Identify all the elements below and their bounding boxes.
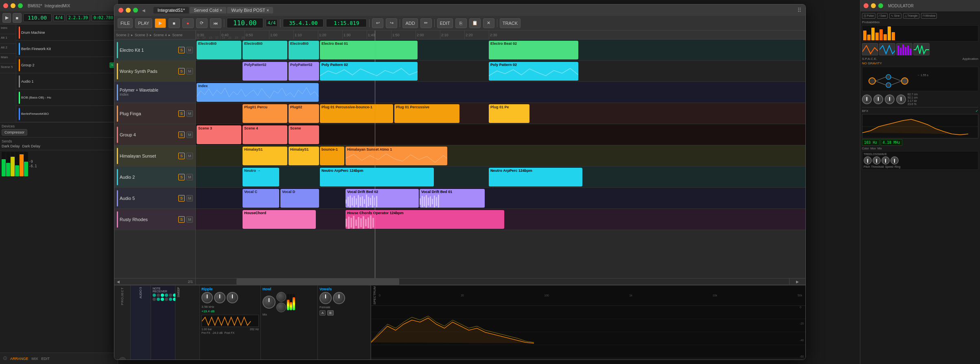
vowels-btn-a[interactable]: A [319, 310, 326, 316]
track-solo-rusty[interactable]: S [178, 216, 185, 223]
tl-knob-2[interactable] [873, 156, 881, 164]
clip-plug-bounce[interactable]: Plug 01 Percussive-bounce-1 [320, 104, 393, 123]
delete-btn[interactable]: ✕ [483, 18, 494, 28]
tl-knob-4[interactable] [890, 156, 899, 164]
howl-knob-sm-1[interactable] [276, 292, 286, 302]
undo-btn[interactable]: ↩ [372, 18, 383, 28]
clip-vocal-d[interactable]: Vocal D [280, 189, 319, 208]
prob-dot-11[interactable] [161, 298, 164, 301]
main-back-btn[interactable]: ◀ [142, 8, 145, 13]
preset-thumb-2[interactable] [879, 43, 895, 55]
track-solo-plugfinga[interactable]: S [178, 110, 185, 117]
clip-himalays1-2[interactable]: HimalayS1 [289, 147, 319, 165]
left-edit-btn[interactable]: EDIT [42, 357, 50, 361]
edit-menu[interactable]: EDIT [437, 18, 453, 28]
clip-neutro-arrow[interactable]: Neutro → [243, 168, 279, 186]
clip-electro-beat-01[interactable]: Electro Beat 01 [320, 41, 418, 59]
timeline-scrollbar[interactable] [196, 278, 789, 285]
clip-neutro-arp-b[interactable]: Neutro ArpPerc 124bpm [489, 168, 582, 186]
clip-vocal-c[interactable]: Vocal C [243, 189, 279, 208]
clip-plug01-pe[interactable]: Plug 01 Pe [489, 104, 529, 123]
track-btn[interactable]: TRACK [500, 18, 521, 28]
track-mute-plugfinga[interactable]: M [186, 110, 193, 117]
left-play-btn[interactable]: ▶ [2, 13, 11, 23]
track-solo-electrokit[interactable]: S [178, 47, 185, 53]
clip-index[interactable]: Index [197, 83, 319, 102]
ripple-knob-2[interactable] [214, 292, 225, 303]
left-minimize-btn[interactable] [11, 3, 15, 8]
clip-plug-percussive[interactable]: Plug 01 Percussive [394, 104, 459, 123]
stop-btn[interactable]: ■ [168, 18, 180, 28]
clip-scene-s[interactable]: Scene [289, 125, 319, 144]
rewind-btn[interactable]: ⏮ [210, 18, 221, 28]
mod-knob-3[interactable] [885, 94, 895, 104]
vowels-btn-b[interactable]: B [327, 310, 333, 316]
preset-thumb-1[interactable] [862, 43, 878, 55]
ripple-knob-3[interactable] [227, 292, 238, 303]
vowels-knob-1[interactable] [319, 292, 332, 304]
wf-window[interactable]: ⊓ Window [921, 13, 937, 19]
main-minimize-btn[interactable] [126, 8, 131, 13]
track-solo-himalayan[interactable]: S [178, 153, 185, 159]
clip-poly-pattern-02[interactable]: Poly Pattern 02 [320, 62, 418, 81]
tl-knob-1[interactable] [864, 156, 872, 164]
right-minimize-btn[interactable] [871, 3, 876, 8]
mod-knob-1[interactable] [862, 94, 872, 104]
scrollbar-thumb[interactable] [236, 278, 399, 285]
track-mute-rusty[interactable]: M [186, 216, 193, 223]
wf-triangle[interactable]: △ Triangle [903, 13, 919, 19]
prob-dot-3[interactable] [161, 294, 164, 297]
copy-btn[interactable]: ⎘ [455, 18, 467, 28]
clip-scene3[interactable]: Scene 3 [197, 125, 241, 144]
bpm-display[interactable]: 110.00 [227, 18, 263, 28]
clip-house-chords-op[interactable]: House Chords Operator 124bpm [346, 210, 504, 229]
wf-saw[interactable]: / Saw [877, 13, 888, 19]
track-mute-electrokit[interactable]: M [186, 47, 193, 53]
mod-knob-4[interactable] [896, 94, 906, 104]
project-icon[interactable]: ⚙ [119, 357, 126, 360]
main-maximize-btn[interactable] [133, 8, 138, 13]
clip-neutro-arp[interactable]: Neutro ArpPerc 124bpm [320, 168, 434, 186]
left-stop-btn[interactable]: ■ [13, 13, 21, 23]
track-solo-audio5[interactable]: S [178, 195, 185, 202]
howl-main-knob[interactable] [262, 296, 276, 309]
scroll-right[interactable]: ▶ [789, 278, 805, 285]
menu-file[interactable]: FILE [118, 18, 133, 28]
draw-btn[interactable]: ✏ [420, 18, 432, 28]
wf-sine[interactable]: ∿ Sine [889, 13, 901, 19]
clip-vocal-drift-02[interactable]: Vocal Drift Bed 02 [346, 189, 419, 208]
clip-vocal-drift-01[interactable]: Vocal Drift Bed 01 [420, 189, 485, 208]
prob-dot-13[interactable] [169, 298, 172, 301]
tab-served-cold[interactable]: Served Cold × [190, 7, 226, 13]
clip-electrobt0-1[interactable]: ElectroBt0 [197, 41, 241, 59]
clip-house-chord[interactable]: HouseChord [243, 210, 316, 229]
prob-dot-4[interactable] [165, 294, 168, 297]
clip-bounce-1[interactable]: bounce-1 [320, 147, 344, 165]
preset-thumb-4[interactable] [913, 43, 930, 55]
left-info-icon[interactable]: ⓘ [3, 356, 7, 361]
prob-dot-10[interactable] [157, 298, 160, 301]
vowels-knob-2[interactable] [333, 292, 345, 304]
prob-dot-12[interactable] [165, 298, 168, 301]
tl-knob-3[interactable] [882, 156, 890, 164]
scroll-left-icon[interactable]: ◀ [117, 280, 120, 284]
mod-knob-2[interactable] [873, 94, 883, 104]
clip-polypatter-1[interactable]: PolyPatter02 [243, 62, 287, 81]
prob-dot-1[interactable] [153, 294, 156, 297]
loop-btn[interactable]: ⟳ [196, 18, 208, 28]
clip-plug01-2[interactable]: Plug02 [289, 104, 319, 123]
clip-polypatter-2[interactable]: PolyPatter02 [289, 62, 319, 81]
left-mix-btn[interactable]: MIX [32, 357, 38, 361]
clip-himalays1-1[interactable]: HimalayS1 [243, 147, 287, 165]
track-mute-audio5[interactable]: M [186, 195, 193, 202]
left-device-compressor[interactable]: Compressor [2, 129, 27, 136]
track-solo-group4[interactable]: S [178, 132, 185, 138]
right-maximize-btn[interactable] [878, 3, 883, 8]
main-close-btn[interactable] [118, 8, 123, 13]
play-btn[interactable]: ▶ [155, 18, 166, 28]
prob-dot-9[interactable] [153, 298, 156, 301]
left-close-btn[interactable] [3, 3, 8, 8]
time-sig-display[interactable]: 4/4 [266, 19, 278, 27]
prob-dot-5[interactable] [169, 294, 172, 297]
track-mute-audio2[interactable]: M [186, 174, 193, 180]
